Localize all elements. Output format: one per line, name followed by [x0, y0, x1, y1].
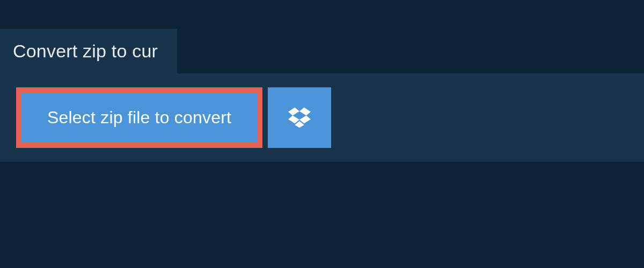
svg-marker-2 [288, 115, 299, 123]
tab-header: Convert zip to cur [0, 29, 177, 73]
svg-marker-3 [299, 115, 311, 123]
dropbox-icon [288, 106, 311, 130]
dropbox-button[interactable] [268, 87, 331, 148]
main-panel: Select zip file to convert [0, 73, 644, 162]
svg-marker-1 [299, 108, 311, 116]
svg-marker-0 [288, 108, 299, 116]
select-file-highlight: Select zip file to convert [16, 87, 262, 148]
button-row: Select zip file to convert [16, 87, 631, 148]
select-file-button[interactable]: Select zip file to convert [21, 93, 257, 143]
page-title: Convert zip to cur [13, 41, 158, 61]
